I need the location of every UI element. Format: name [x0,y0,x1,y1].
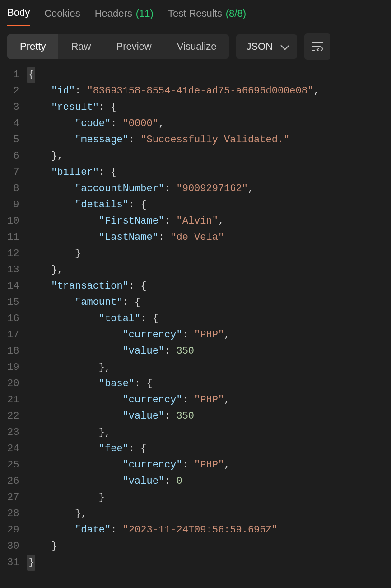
line-number: 9 [7,197,19,213]
code-line[interactable]: }, [27,425,319,441]
line-number: 16 [7,311,19,327]
line-number: 5 [7,132,19,148]
viewmode-pretty[interactable]: Pretty [7,34,58,59]
code-line[interactable]: "details": { [27,197,319,213]
line-number: 2 [7,83,19,99]
line-number: 31 [7,555,19,571]
code-line[interactable]: "currency": "PHP", [27,327,319,343]
code-line[interactable]: "value": 0 [27,473,319,490]
tab-test-results-label: Test Results [168,8,222,19]
line-number: 10 [7,213,19,229]
line-number: 3 [7,99,19,116]
line-number: 12 [7,246,19,262]
code-line[interactable]: "value": 350 [27,408,319,425]
code-line[interactable]: "LastName": "de Vela" [27,229,319,246]
line-number: 15 [7,294,19,311]
line-number: 4 [7,116,19,132]
wrap-lines-button[interactable] [304,33,330,60]
code-line[interactable]: "date": "2023-11-24T09:56:59.696Z" [27,522,319,538]
response-toolbar: Pretty Raw Preview Visualize JSON [0,26,391,67]
line-number: 1 [7,67,19,83]
code-line[interactable]: "message": "Successfully Validated." [27,132,319,148]
line-number: 30 [7,538,19,555]
code-line[interactable]: } [27,555,319,571]
line-number: 24 [7,441,19,457]
code-line[interactable]: "currency": "PHP", [27,457,319,473]
tab-cookies[interactable]: Cookies [44,8,80,26]
line-number: 18 [7,343,19,359]
line-number: 7 [7,164,19,181]
code-line[interactable]: "base": { [27,376,319,392]
viewmode-raw[interactable]: Raw [58,34,103,59]
code-line[interactable]: { [27,67,319,83]
code-line[interactable]: "code": "0000", [27,116,319,132]
code-line[interactable]: "biller": { [27,164,319,181]
code-line[interactable]: }, [27,506,319,522]
tab-cookies-label: Cookies [44,8,80,19]
code-line[interactable]: "amount": { [27,294,319,311]
code-line[interactable]: "accountNumber": "9009297162", [27,181,319,197]
code-line[interactable]: } [27,246,319,262]
line-number: 14 [7,278,19,294]
code-content[interactable]: { "id": "83693158-8554-41de-ad75-a6696d0… [27,67,319,571]
format-select[interactable]: JSON [236,34,297,59]
code-line[interactable]: }, [27,359,319,376]
tab-test-results-count: (8/8) [226,8,246,19]
tab-test-results[interactable]: Test Results (8/8) [168,8,246,26]
chevron-down-icon [280,41,289,50]
code-line[interactable]: "result": { [27,99,319,116]
line-number: 23 [7,425,19,441]
tab-body[interactable]: Body [7,7,30,26]
line-number: 8 [7,181,19,197]
line-number-gutter: 1234567891011121314151617181920212223242… [7,67,27,571]
line-number: 28 [7,506,19,522]
line-number: 13 [7,262,19,278]
code-line[interactable]: } [27,538,319,555]
wrap-icon [311,41,324,52]
code-line[interactable]: "fee": { [27,441,319,457]
line-number: 22 [7,408,19,425]
viewmode-visualize[interactable]: Visualize [164,34,229,59]
line-number: 26 [7,473,19,490]
line-number: 21 [7,392,19,408]
line-number: 20 [7,376,19,392]
code-line[interactable]: "transaction": { [27,278,319,294]
tab-headers[interactable]: Headers (11) [95,8,154,26]
line-number: 17 [7,327,19,343]
tab-headers-count: (11) [136,8,154,19]
viewmode-preview[interactable]: Preview [103,34,164,59]
format-select-value: JSON [246,41,273,52]
line-number: 27 [7,490,19,506]
line-number: 6 [7,148,19,164]
code-line[interactable]: "id": "83693158-8554-41de-ad75-a6696d000… [27,83,319,99]
code-line[interactable]: "FirstName": "Alvin", [27,213,319,229]
code-line[interactable]: } [27,490,319,506]
code-line[interactable]: "currency": "PHP", [27,392,319,408]
code-line[interactable]: }, [27,262,319,278]
line-number: 25 [7,457,19,473]
response-body-code[interactable]: 1234567891011121314151617181920212223242… [0,67,391,571]
tab-headers-label: Headers [95,8,132,19]
line-number: 29 [7,522,19,538]
viewmode-segmented: Pretty Raw Preview Visualize [7,34,229,59]
code-line[interactable]: }, [27,148,319,164]
line-number: 19 [7,359,19,376]
code-line[interactable]: "total": { [27,311,319,327]
response-tabs: Body Cookies Headers (11) Test Results (… [0,0,391,26]
tab-body-label: Body [7,7,30,19]
code-line[interactable]: "value": 350 [27,343,319,359]
line-number: 11 [7,229,19,246]
